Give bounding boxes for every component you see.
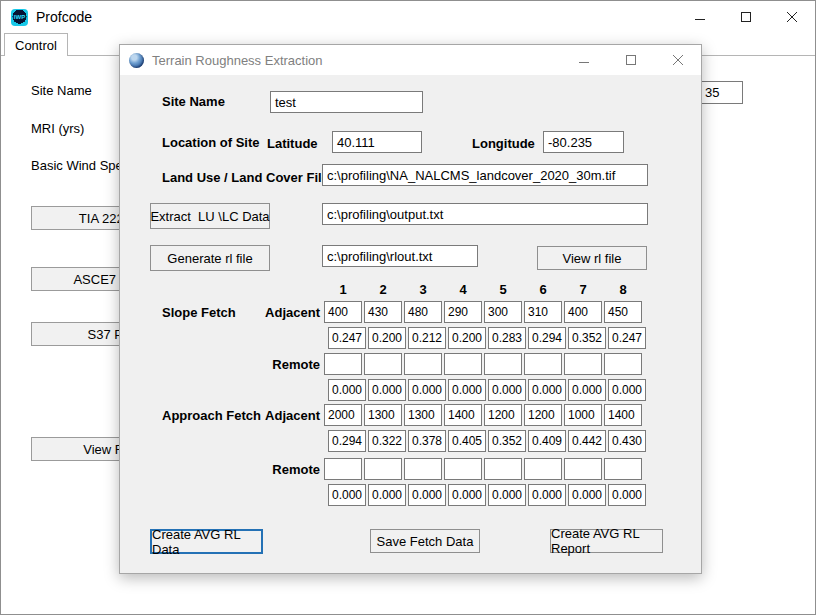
fetch-cell-input[interactable] (364, 353, 402, 375)
fetch-cell-input[interactable]: 310 (524, 301, 562, 323)
rl-file-input[interactable]: c:\profiling\rlout.txt (322, 245, 478, 267)
maximize-icon[interactable] (723, 1, 769, 33)
close-icon[interactable] (769, 1, 815, 33)
fetch-cell-input[interactable]: 1000 (564, 404, 602, 426)
fetch-cell-input[interactable] (564, 458, 602, 480)
view-rl-file-button[interactable]: View rl file (537, 246, 647, 270)
fetch-cell-input[interactable] (324, 458, 362, 480)
fetch-cell-input[interactable]: 400 (324, 301, 362, 323)
latitude-input[interactable]: 40.111 (332, 131, 422, 153)
main-titlebar: IWP Profcode (1, 1, 815, 33)
approach-adjacent-rl-row: 0.294 0.322 0.378 0.405 0.352 0.409 0.44… (328, 430, 646, 452)
slope-remote-row (324, 353, 642, 375)
fetch-cell-value: 0.000 (328, 484, 366, 506)
fetch-cell-input[interactable]: 1300 (404, 404, 442, 426)
create-avg-rl-report-button[interactable]: Create AVG RL Report (550, 529, 663, 553)
fetch-cell-input[interactable] (324, 353, 362, 375)
fetch-cell-input[interactable]: 300 (484, 301, 522, 323)
location-of-site-label: Location of Site (162, 135, 260, 150)
fetch-cell-value: 0.000 (488, 484, 526, 506)
fetch-cell-input[interactable] (564, 353, 602, 375)
fetch-cell-value: 0.000 (408, 484, 446, 506)
fetch-cell-value: 0.322 (368, 430, 406, 452)
profcode-app-icon: IWP (11, 9, 28, 26)
fetch-cell-value: 0.283 (488, 327, 526, 349)
longitude-input[interactable]: -80.235 (543, 131, 624, 153)
extract-lu-lc-button[interactable]: Extract LU \LC Data (150, 203, 270, 229)
fetch-cell-value: 0.000 (568, 379, 606, 401)
fetch-cell-input[interactable]: 1200 (484, 404, 522, 426)
approach-remote-label: Remote (240, 462, 320, 477)
landcover-file-label: Land Use / Land Cover File (162, 170, 329, 185)
dialog-close-icon[interactable] (654, 45, 701, 75)
fetch-cell-value: 0.442 (568, 430, 606, 452)
fetch-cell-input[interactable] (524, 458, 562, 480)
fetch-cell-input[interactable] (444, 353, 482, 375)
col-header: 5 (484, 282, 522, 297)
fetch-cell-value: 0.000 (528, 484, 566, 506)
col-header: 8 (604, 282, 642, 297)
fetch-cell-input[interactable] (604, 458, 642, 480)
fetch-cell-value: 0.000 (368, 379, 406, 401)
site-name-bg-label: Site Name (31, 83, 92, 98)
fetch-cell-value: 0.000 (368, 484, 406, 506)
fetch-cell-value: 0.000 (568, 484, 606, 506)
fetch-cell-value: 0.200 (368, 327, 406, 349)
create-avg-rl-data-button[interactable]: Create AVG RL Data (150, 529, 263, 554)
fetch-cell-input[interactable] (524, 353, 562, 375)
landcover-file-input[interactable]: c:\profiling\NA_NALCMS_landcover_2020_30… (322, 164, 648, 186)
tab-control[interactable]: Control (4, 33, 68, 56)
fetch-cell-value: 0.409 (528, 430, 566, 452)
approach-remote-row (324, 458, 642, 480)
col-header: 6 (524, 282, 562, 297)
fetch-cell-input[interactable]: 480 (404, 301, 442, 323)
fetch-cell-input[interactable]: 1300 (364, 404, 402, 426)
fetch-cell-value: 0.247 (328, 327, 366, 349)
dialog-maximize-icon[interactable] (607, 45, 654, 75)
mri-label: MRI (yrs) (31, 121, 84, 136)
col-header: 3 (404, 282, 442, 297)
fetch-cell-input[interactable]: 1200 (524, 404, 562, 426)
fetch-cell-input[interactable] (604, 353, 642, 375)
dialog-titlebar: Terrain Roughness Extraction (120, 45, 701, 75)
fetch-cell-input[interactable]: 1400 (604, 404, 642, 426)
col-header: 2 (364, 282, 402, 297)
fetch-cell-value: 0.378 (408, 430, 446, 452)
site-name-input[interactable]: test (270, 91, 423, 113)
save-fetch-data-button[interactable]: Save Fetch Data (370, 529, 480, 553)
dialog-title: Terrain Roughness Extraction (152, 53, 323, 68)
fetch-cell-value: 0.352 (488, 430, 526, 452)
fetch-cell-value: 0.200 (448, 327, 486, 349)
fetch-cell-input[interactable]: 430 (364, 301, 402, 323)
fetch-cell-value: 0.352 (568, 327, 606, 349)
fetch-cell-input[interactable]: 450 (604, 301, 642, 323)
fetch-cell-input[interactable] (364, 458, 402, 480)
fetch-cell-input[interactable] (404, 353, 442, 375)
slope-adjacent-rl-row: 0.247 0.200 0.212 0.200 0.283 0.294 0.35… (328, 327, 646, 349)
main-window-title: Profcode (36, 9, 92, 25)
fetch-cell-value: 0.000 (448, 379, 486, 401)
globe-icon (129, 53, 144, 68)
dialog-minimize-icon[interactable] (560, 45, 607, 75)
fetch-cell-input[interactable] (444, 458, 482, 480)
fetch-column-headers: 1 2 3 4 5 6 7 8 (324, 282, 642, 297)
fetch-cell-value: 0.000 (488, 379, 526, 401)
approach-adjacent-label: Adjacent (240, 408, 320, 423)
longitude-label: Longitude (472, 136, 535, 151)
slope-remote-rl-row: 0.000 0.000 0.000 0.000 0.000 0.000 0.00… (328, 379, 646, 401)
generate-rl-file-button[interactable]: Generate rl file (150, 245, 270, 271)
fetch-cell-value: 0.405 (448, 430, 486, 452)
minimize-icon[interactable] (677, 1, 723, 33)
fetch-cell-input[interactable]: 400 (564, 301, 602, 323)
fetch-cell-input[interactable] (484, 353, 522, 375)
fetch-cell-input[interactable]: 2000 (324, 404, 362, 426)
terrain-roughness-dialog: Terrain Roughness Extraction Site Name t… (119, 44, 702, 574)
fetch-cell-input[interactable]: 1400 (444, 404, 482, 426)
fetch-cell-input[interactable]: 290 (444, 301, 482, 323)
site-name-label: Site Name (162, 94, 225, 109)
fetch-cell-input[interactable] (484, 458, 522, 480)
latitude-label: Latitude (267, 136, 318, 151)
fetch-cell-input[interactable] (404, 458, 442, 480)
slope-fetch-label: Slope Fetch (162, 305, 236, 320)
output-file-input[interactable]: c:\profiling\output.txt (322, 203, 648, 225)
